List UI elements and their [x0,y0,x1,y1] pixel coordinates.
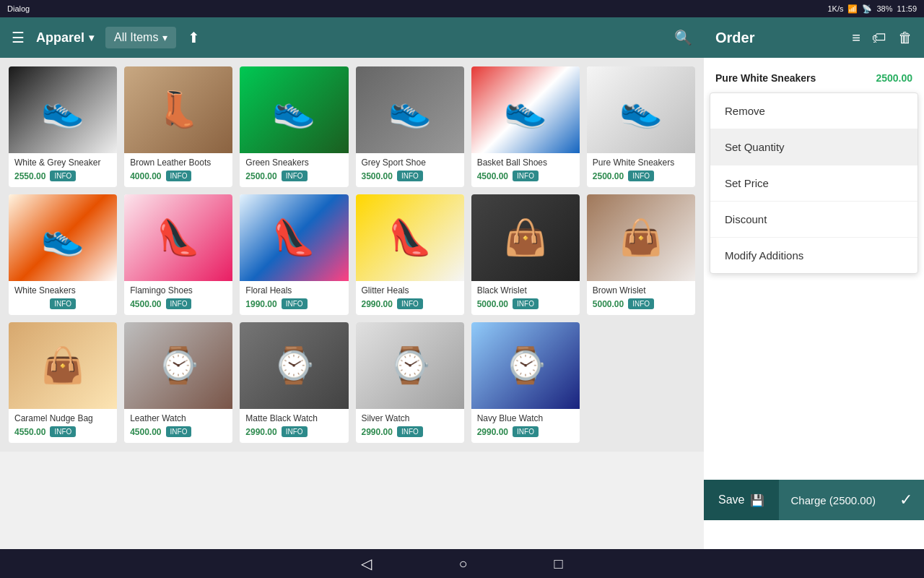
product-name: Brown Wrislet [593,285,689,296]
product-card[interactable]: ⌚Leather Watch4500.00INFO [124,322,232,443]
product-price-row: 3500.00INFO [362,171,458,181]
info-badge[interactable]: INFO [397,298,423,309]
apparel-selector[interactable]: Apparel ▾ [36,30,94,46]
search-icon[interactable]: 🔍 [674,29,692,46]
product-card[interactable]: 👠Glitter Heals2990.00INFO [356,194,464,315]
bottom-bar: Save 💾 Charge (2500.00) ✓ [704,480,924,520]
order-panel: Order ≡ 🏷 🗑 Pure White Sneakers 2500.00 … [704,17,924,549]
product-info: Pure White Sneakers2500.00INFO [587,153,695,187]
product-name: Brown Leather Boots [130,158,227,168]
home-nav-icon[interactable]: ○ [458,556,467,572]
product-image: 👠 [356,194,464,281]
save-label: Save [718,493,744,506]
charge-check-icon: ✓ [899,491,912,509]
charge-button[interactable]: Charge (2500.00) ✓ [779,480,924,520]
info-badge[interactable]: INFO [166,426,192,437]
info-badge[interactable]: INFO [397,171,423,181]
back-nav-icon[interactable]: ◁ [361,555,372,572]
product-card[interactable]: 👠Flamingo Shoes4500.00INFO [124,194,232,315]
all-items-selector[interactable]: All Items ▾ [105,27,176,48]
info-badge[interactable]: INFO [513,298,539,309]
order-menu-item-set-price[interactable]: Set Price [710,165,918,202]
info-badge[interactable]: INFO [397,426,423,437]
product-image: 👜 [471,194,580,281]
upload-icon[interactable]: ⬆ [188,29,200,46]
selected-product-price: 2500.00 [876,72,912,84]
info-badge[interactable]: INFO [513,171,539,181]
hamburger-menu-icon[interactable]: ☰ [12,29,25,46]
product-price-row: 5000.00INFO [477,298,574,309]
product-name: Floral Heals [245,285,342,296]
product-name: Black Wrislet [477,285,574,296]
product-price: 4500.00 [477,171,508,181]
product-price: 2500.00 [593,171,624,181]
product-image: 👢 [124,66,232,153]
product-name: Pure White Sneakers [593,158,689,168]
info-badge[interactable]: INFO [513,426,539,437]
product-card[interactable]: 👟White & Grey Sneaker2550.00INFO [9,66,117,187]
status-bar: Dialog 1K/s 📶 📡 38% 11:59 [0,0,924,17]
product-card[interactable]: 👜Black Wrislet5000.00INFO [471,194,580,315]
product-price: 4550.00 [14,427,45,437]
order-menu-item-discount[interactable]: Discount [710,202,918,238]
product-price-row: 4500.00INFO [130,426,227,437]
product-info: Matte Black Watch2990.00INFO [240,409,348,443]
battery-icon: 38% [876,4,892,13]
product-price-row: 4000.00INFO [130,171,227,181]
info-badge[interactable]: INFO [282,298,308,309]
product-card[interactable]: 👢Brown Leather Boots4000.00INFO [124,66,232,187]
sort-icon[interactable]: ≡ [852,30,860,46]
product-price: 3500.00 [362,171,393,181]
product-info: Floral Heals1990.00INFO [240,281,348,315]
product-price: 4500.00 [130,299,161,309]
product-name: Caramel Nudge Bag [14,413,111,423]
info-badge[interactable]: INFO [50,171,76,181]
order-menu-item-remove[interactable]: Remove [710,93,918,129]
product-card[interactable]: 👟Basket Ball Shoes4500.00INFO [471,66,580,187]
product-image: 👟 [356,66,464,153]
product-name: Navy Blue Watch [477,413,574,423]
product-price: 5000.00 [477,299,508,309]
product-price: 2990.00 [362,427,393,437]
product-info: Flamingo Shoes4500.00INFO [124,281,232,315]
info-badge[interactable]: INFO [166,298,192,309]
top-bar: ☰ Apparel ▾ All Items ▾ ⬆ 🔍 [0,17,704,58]
order-menu-item-modify-additions[interactable]: Modify Additions [710,238,918,273]
save-button[interactable]: Save 💾 [704,480,779,520]
product-card[interactable]: ⌚Silver Watch2990.00INFO [356,322,464,443]
product-name: Basket Ball Shoes [477,158,574,168]
product-card[interactable]: 👟Green Sneakers2500.00INFO [240,66,348,187]
product-card[interactable]: ⌚Navy Blue Watch2990.00INFO [471,322,580,443]
product-price: 1990.00 [245,299,276,309]
info-badge[interactable]: INFO [166,171,192,181]
product-image: ⌚ [471,322,580,409]
info-badge[interactable]: INFO [50,426,76,437]
info-badge[interactable]: INFO [50,298,76,309]
all-items-label: All Items [114,31,158,44]
product-price: 2550.00 [14,171,45,181]
product-card[interactable]: 👟Grey Sport Shoe3500.00INFO [356,66,464,187]
product-info: Green Sneakers2500.00INFO [240,153,348,187]
product-price-row: 5000.00INFO [593,298,689,309]
product-image: 👟 [9,66,117,153]
product-price: 2990.00 [477,427,508,437]
recents-nav-icon[interactable]: □ [554,556,563,572]
product-card[interactable]: 👟Pure White Sneakers2500.00INFO [587,66,695,187]
product-card[interactable]: 👜Caramel Nudge Bag4550.00INFO [9,322,117,443]
product-card[interactable]: ⌚Matte Black Watch2990.00INFO [240,322,348,443]
product-info: Leather Watch4500.00INFO [124,409,232,443]
delete-icon[interactable]: 🗑 [898,30,912,46]
info-badge[interactable]: INFO [282,171,308,181]
network-speed: 1K/s [827,4,843,13]
product-card[interactable]: 👜Brown Wrislet5000.00INFO [587,194,695,315]
order-item-title: Pure White Sneakers 2500.00 [704,66,924,90]
order-menu-item-set-quantity[interactable]: Set Quantity [710,129,918,165]
product-card[interactable]: 👟White SneakersINFO [9,194,117,315]
info-badge[interactable]: INFO [628,298,654,309]
product-info: Brown Wrislet5000.00INFO [587,281,695,315]
tag-icon[interactable]: 🏷 [872,30,886,46]
info-badge[interactable]: INFO [282,426,308,437]
info-badge[interactable]: INFO [628,171,654,181]
product-card[interactable]: 👠Floral Heals1990.00INFO [240,194,348,315]
apparel-dropdown-arrow: ▾ [89,32,94,43]
